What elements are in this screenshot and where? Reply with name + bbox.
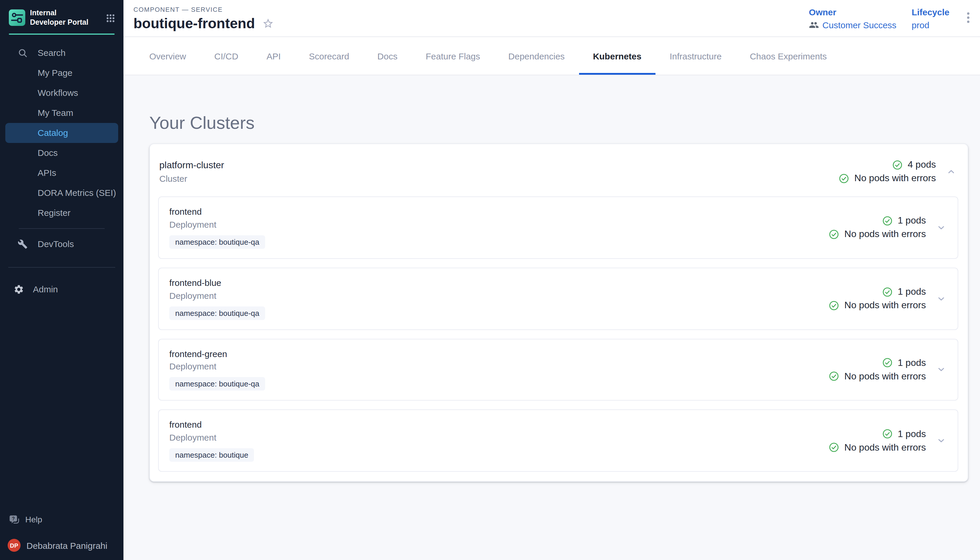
tab-chaos-experiments[interactable]: Chaos Experiments (736, 37, 841, 75)
workload-card-frontend-boutique: frontend Deployment namespace: boutique (158, 410, 958, 472)
sidebar-item-apis[interactable]: APIs (5, 163, 118, 183)
sidebar-item-label: Register (38, 208, 71, 218)
user-menu[interactable]: DP Debabrata Panigrahi (0, 539, 123, 552)
sidebar-item-docs[interactable]: Docs (5, 143, 118, 163)
sidebar-item-my-page[interactable]: My Page (5, 63, 118, 83)
tab-overview[interactable]: Overview (135, 37, 200, 75)
tab-api[interactable]: API (252, 37, 295, 75)
workload-type: Deployment (169, 290, 265, 300)
kubernetes-content: Your Clusters platform-cluster Cluster (123, 75, 980, 560)
owner-meta: Owner Customer Success (809, 8, 897, 30)
check-circle-icon (829, 300, 839, 310)
workload-info: frontend Deployment namespace: boutique (169, 420, 254, 462)
tab-cicd[interactable]: CI/CD (200, 37, 252, 75)
workload-name: frontend-green (169, 348, 265, 360)
owner-label: Owner (809, 8, 897, 17)
sidebar-item-label: My Page (38, 68, 72, 78)
workload-pods-count: 1 pods (898, 428, 926, 439)
check-circle-icon (882, 429, 892, 439)
section-heading: Your Clusters (149, 113, 968, 133)
tab-dependencies[interactable]: Dependencies (494, 37, 579, 75)
namespace-badge: namespace: boutique-qa (169, 235, 265, 249)
sidebar-item-admin[interactable]: Admin (5, 279, 118, 299)
sidebar-item-dora-metrics[interactable]: DORA Metrics (SEI) (5, 183, 118, 203)
brand-link[interactable]: Internal Developer Portal (0, 0, 123, 33)
sidebar-item-register[interactable]: Register (5, 203, 118, 223)
workload-type: Deployment (169, 219, 265, 229)
chevron-down-icon[interactable] (935, 293, 947, 304)
tab-scorecard[interactable]: Scorecard (295, 37, 363, 75)
sidebar-item-my-team[interactable]: My Team (5, 103, 118, 123)
chevron-up-icon[interactable] (945, 166, 957, 177)
workload-type: Deployment (169, 432, 254, 442)
namespace-badge: namespace: boutique (169, 448, 254, 462)
workload-info: frontend Deployment namespace: boutique-… (169, 207, 265, 249)
sidebar-item-devtools[interactable]: DevTools (5, 234, 118, 254)
search-icon (18, 48, 28, 58)
sidebar-item-label: Admin (33, 284, 58, 294)
tab-infrastructure[interactable]: Infrastructure (656, 37, 736, 75)
workload-card-frontend-blue: frontend-blue Deployment namespace: bout… (158, 268, 958, 330)
workload-name: frontend-blue (169, 278, 265, 289)
breadcrumb: COMPONENT — SERVICE (133, 6, 274, 13)
workload-pods-errors: No pods with errors (844, 442, 926, 453)
sidebar-item-workflows[interactable]: Workflows (5, 83, 118, 103)
grid-icon[interactable] (106, 14, 115, 23)
workload-info: frontend-green Deployment namespace: bou… (169, 348, 265, 391)
help-chat-icon: ? (8, 514, 20, 525)
cluster-info: platform-cluster Cluster (159, 159, 224, 183)
star-icon[interactable] (262, 18, 274, 29)
tab-kubernetes[interactable]: Kubernetes (579, 37, 656, 75)
kebab-menu-icon[interactable] (965, 9, 972, 27)
check-circle-icon (829, 372, 839, 382)
check-circle-icon (882, 358, 892, 368)
cluster-pods-count: 4 pods (908, 159, 936, 170)
sidebar-divider (8, 267, 115, 267)
cluster-name: platform-cluster (159, 159, 224, 171)
tab-docs[interactable]: Docs (363, 37, 412, 75)
workload-pods-count: 1 pods (898, 358, 926, 368)
lifecycle-value: prod (912, 20, 929, 30)
workload-info: frontend-blue Deployment namespace: bout… (169, 278, 265, 320)
tab-feature-flags[interactable]: Feature Flags (412, 37, 494, 75)
cluster-accordion-header[interactable]: platform-cluster Cluster 4 pods (150, 144, 968, 197)
entity-header: COMPONENT — SERVICE boutique-frontend Ow… (123, 0, 980, 37)
sidebar-item-label: Search (38, 48, 66, 58)
workload-list: frontend Deployment namespace: boutique-… (150, 197, 968, 481)
cluster-pods-errors: No pods with errors (854, 173, 936, 183)
check-circle-icon (892, 160, 902, 170)
sidebar-item-label: Catalog (38, 128, 68, 138)
page-title: boutique-frontend (133, 16, 255, 32)
cluster-type: Cluster (159, 173, 224, 183)
brand-accent-divider (9, 33, 115, 34)
cluster-card: platform-cluster Cluster 4 pods (149, 143, 968, 482)
sidebar-item-label: My Team (38, 108, 73, 118)
workload-name: frontend (169, 207, 265, 218)
chevron-down-icon[interactable] (935, 222, 947, 233)
namespace-badge: namespace: boutique-qa (169, 377, 265, 391)
workload-pods-count: 1 pods (898, 287, 926, 297)
namespace-badge: namespace: boutique-qa (169, 306, 265, 320)
chevron-down-icon[interactable] (935, 435, 947, 447)
sidebar-item-label: DevTools (38, 239, 74, 249)
wrench-icon (18, 239, 28, 249)
sidebar-item-search[interactable]: Search (5, 43, 118, 63)
workload-pods-errors: No pods with errors (844, 229, 926, 240)
sidebar-divider (19, 228, 105, 228)
help-label: Help (25, 515, 42, 524)
brand-title: Internal Developer Portal (30, 8, 93, 27)
check-circle-icon (882, 216, 892, 226)
workload-card-frontend: frontend Deployment namespace: boutique-… (158, 197, 958, 259)
lifecycle-label: Lifecycle (912, 8, 949, 17)
avatar: DP (8, 539, 21, 552)
sidebar-item-label: Docs (38, 148, 58, 158)
help-button[interactable]: ? Help (0, 511, 123, 528)
chevron-down-icon[interactable] (935, 364, 947, 376)
app: Internal Developer Portal Search My Page (0, 0, 980, 560)
sidebar-item-catalog[interactable]: Catalog (5, 123, 118, 143)
workload-pods-count: 1 pods (898, 216, 926, 226)
workload-pods-errors: No pods with errors (844, 300, 926, 311)
owner-link[interactable]: Customer Success (822, 20, 897, 30)
svg-text:?: ? (12, 516, 15, 521)
entity-header-left: COMPONENT — SERVICE boutique-frontend (133, 0, 274, 37)
